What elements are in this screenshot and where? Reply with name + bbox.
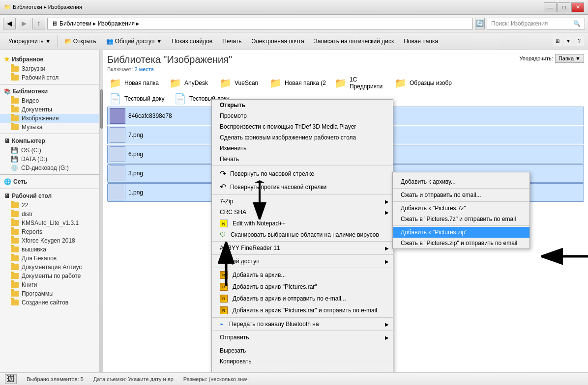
view-grid-button[interactable]: ⊞ [553,36,562,46]
maximize-button[interactable]: □ [558,2,570,12]
ctx-rotate-ccw[interactable]: ↶ Повернуть против часовой стрелки [212,180,393,193]
scrollbar-thumb[interactable] [100,89,103,129]
ctx-edit[interactable]: Изменить [212,143,393,154]
ctx-send[interactable]: Отправить [212,332,393,343]
ctx-scan[interactable]: 🛡 Сканировать выбранные области на налич… [212,229,393,240]
ctx-rotate-cw[interactable]: ↷ Повернуть по часовой стрелке [212,167,393,180]
address-path[interactable]: 🖥 Библиотеки ▸ Изображения ▸ [47,18,473,29]
scan-icon: 🛡 [220,231,226,238]
sidebar-item-reports[interactable]: Reports [0,227,99,236]
ctx-tridef[interactable]: Воспроизвести с помощью TriDef 3D Media … [212,121,393,132]
network-label: Сеть [13,178,27,185]
sidebar-item-video[interactable]: Видео [0,96,99,105]
toolbar-newfolder-button[interactable]: Новая папка [399,34,442,48]
back-button[interactable]: ◀ [3,18,16,29]
sidebar-label-downloads: Загрузки [22,65,45,72]
ctx-cut[interactable]: Вырезать [212,345,393,356]
computer-header[interactable]: 🖥 Компьютер [0,136,99,146]
toolbar-share-button[interactable]: 👥 Общий доступ ▼ [102,34,167,48]
sidebar-item-documents[interactable]: Документы [0,105,99,114]
ctx-add-email[interactable]: R Добавить в архив и отправить по e-mail… [212,293,393,304]
ctx-copy[interactable]: Копировать [212,356,393,367]
file-item-vuescan[interactable]: 📁 VueScan [217,75,266,91]
close-button[interactable]: ✕ [571,2,584,12]
file-item-anydesk[interactable]: 📁 AnyDesk [167,75,216,91]
sub-compress-zip-email[interactable]: Сжать в "Pictures.zip" и отправить по em… [393,238,529,248]
refresh-button[interactable]: 🔄 [475,18,485,29]
toolbar-open-button[interactable]: 📂 Открыть [60,34,101,48]
sidebar: ★ Избранное Загрузки Рабочий стол 📚 Библ… [0,50,100,372]
favorites-header[interactable]: ★ Избранное [0,54,99,64]
sidebar-item-books[interactable]: Книги [0,280,99,289]
file-item-testdoc1[interactable]: 📄 Тестовый доку [107,92,171,106]
arrow-down-indicator [245,180,274,220]
view-dropdown-button[interactable]: ▼ [563,36,573,46]
drive-icon-d: 💾 [11,156,18,163]
sub-add-7z[interactable]: Добавить к "Pictures.7z" [393,203,529,214]
sidebar-item-work-docs[interactable]: Документы по работе [0,272,99,280]
folder-icon-video [11,98,19,104]
sub-add[interactable] [393,172,529,176]
includes-value[interactable]: 2 места [134,66,153,72]
includes-label: Включает: [107,66,133,72]
sidebar-item-images[interactable]: Изображения [0,114,99,123]
sidebar-item-altius[interactable]: Документация Алтиус [0,263,99,272]
file-name-3png: 3.png [128,170,143,177]
sidebar-label-kmsauto: KMSAuto_Lite_v1.3.1 [22,220,79,226]
sidebar-item-d[interactable]: 💾 DATA (D:) [0,155,99,164]
ctx-wallpaper[interactable]: Сделать фоновым изображением рабочего ст… [212,132,393,143]
sub-compress-7z-email[interactable]: Сжать в "Pictures.7z" и отправить по ema… [393,214,529,224]
search-box[interactable]: Поиск: Изображения 🔍 [487,18,585,29]
file-name-anydesk: AnyDesk [184,80,208,86]
sidebar-item-vyshivka[interactable]: вышивка [0,245,99,254]
toolbar-slideshow-button[interactable]: Показ слайдов [168,34,217,48]
file-item-samples[interactable]: 📁 Образцы изобр [392,75,456,91]
ctx-print[interactable]: Печать [212,154,393,165]
ctx-add-rar-email[interactable]: R Добавить в архив "Pictures.rar" и отпр… [212,304,393,316]
network-header[interactable]: 🌐 Сеть [0,177,99,187]
sidebar-item-downloads[interactable]: Загрузки [0,64,99,73]
arrow-up-indicator [209,242,243,291]
sidebar-item-kmsauto[interactable]: KMSAuto_Lite_v1.3.1 [0,219,99,227]
ctx-bluetooth[interactable]: ⌁ Передать по каналу Bluetooth на [212,319,393,330]
sidebar-item-programs[interactable]: Программы [0,289,99,298]
sub-compress-email[interactable]: Сжать и отправить по email... [393,190,529,200]
thumb-3png [110,165,125,181]
sub-sep-3 [393,225,529,226]
minimize-button[interactable]: — [544,2,557,12]
toolbar-email-button[interactable]: Электронная почта [247,34,309,48]
sidebar-item-sites[interactable]: Создание сайтов [0,298,99,307]
sidebar-item-g[interactable]: 💿 CD-дисковод (G:) [0,164,99,172]
sidebar-item-c[interactable]: 💾 OS (C:) [0,146,99,155]
ctx-7zip[interactable]: 7-Zip [212,196,393,207]
toolbar-print-button[interactable]: Печать [218,34,246,48]
sidebar-scrollbar[interactable] [100,50,103,372]
ctx-open[interactable]: Открыть [212,100,393,110]
up-button[interactable]: ↑ [32,18,45,29]
sub-add-item[interactable]: Добавить к архиву... [393,176,529,187]
folder-icon-bekap [11,255,19,261]
ctx-shortcut[interactable]: Создать ярлык [212,369,393,372]
help-button[interactable]: ? [574,36,584,46]
file-item-new2[interactable]: 📁 Новая папка (2 [267,75,331,91]
toolbar-arrange-label: Упорядочить ▼ [8,38,51,45]
toolbar-arrange-button[interactable]: Упорядочить ▼ [4,34,56,48]
file-item-new-folder[interactable]: 📁 Новая папка [107,75,166,91]
ctx-notepad[interactable]: N Edit with Notepad++ [212,218,393,229]
sidebar-item-xforce[interactable]: Xforce Keygen 2018 [0,236,99,245]
toolbar-burn-button[interactable]: Записать на оптический диск [310,34,399,48]
desktop-header[interactable]: 🖥 Рабочий стол [0,191,99,201]
ctx-preview[interactable]: Просмотр [212,110,393,121]
sidebar-item-desktop-fav[interactable]: Рабочий стол [0,73,99,82]
sidebar-label-distr: distr [22,211,33,218]
libraries-header[interactable]: 📚 Библиотеки [0,86,99,96]
sidebar-item-22[interactable]: 22 [0,201,99,210]
sub-add-zip[interactable]: Добавить к "Pictures.zip" [393,227,529,238]
arrange-value-button[interactable]: Папка ▼ [555,54,584,63]
ctx-crc[interactable]: CRC SHA [212,207,393,218]
file-item-1c[interactable]: 📁 1С Предприяти [332,75,391,91]
sidebar-item-music[interactable]: Музыка [0,123,99,132]
sidebar-item-distr[interactable]: distr [0,210,99,219]
sidebar-item-bekap[interactable]: Для Бекапов [0,254,99,263]
forward-button[interactable]: ▶ [18,18,30,29]
